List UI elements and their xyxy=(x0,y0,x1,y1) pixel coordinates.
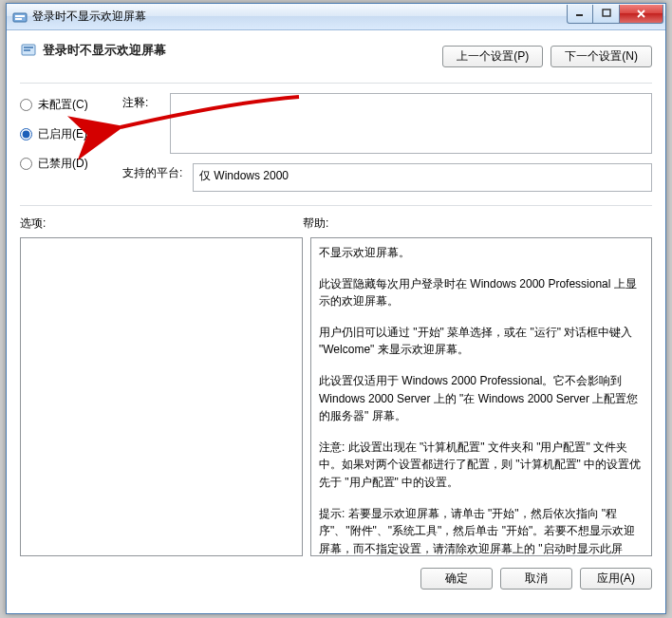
app-icon xyxy=(12,9,28,25)
svg-rect-6 xyxy=(24,47,33,48)
window-title: 登录时不显示欢迎屏幕 xyxy=(32,9,567,25)
help-paragraph: 提示: 若要显示欢迎屏幕，请单击 "开始"，然后依次指向 "程序"、"附件"、"… xyxy=(319,505,644,556)
dialog-buttons: 确定 取消 应用(A) xyxy=(20,568,652,590)
options-pane xyxy=(20,237,303,556)
client-area: 登录时不显示欢迎屏幕 上一个设置(P) 下一个设置(N) 未配置(C) 已启用(… xyxy=(7,30,665,601)
svg-rect-7 xyxy=(24,49,30,51)
comment-textarea[interactable] xyxy=(170,93,652,154)
help-paragraph: 此设置仅适用于 Windows 2000 Professional。它不会影响到… xyxy=(319,372,644,425)
svg-rect-4 xyxy=(603,9,610,16)
svg-rect-0 xyxy=(13,13,27,22)
comment-label: 注释: xyxy=(122,93,162,154)
cancel-button[interactable]: 取消 xyxy=(500,568,572,590)
separator xyxy=(20,83,652,84)
help-paragraph: 不显示欢迎屏幕。 xyxy=(319,244,644,262)
help-paragraph: 注意: 此设置出现在 "计算机配置" 文件夹和 "用户配置" 文件夹中。如果对两… xyxy=(319,439,644,492)
next-setting-button[interactable]: 下一个设置(N) xyxy=(551,46,652,67)
radio-label: 未配置(C) xyxy=(38,97,88,113)
state-radios: 未配置(C) 已启用(E) 已禁用(D) xyxy=(20,97,111,192)
previous-setting-button[interactable]: 上一个设置(P) xyxy=(442,46,543,67)
radio-enabled-input[interactable] xyxy=(20,128,32,140)
minimize-button[interactable] xyxy=(567,5,593,24)
help-heading: 帮助: xyxy=(303,215,652,232)
platform-label: 支持的平台: xyxy=(122,163,185,192)
ok-button[interactable]: 确定 xyxy=(420,568,493,590)
apply-button[interactable]: 应用(A) xyxy=(580,568,652,590)
maximize-button[interactable] xyxy=(593,5,620,24)
platform-box: 仅 Windows 2000 xyxy=(193,163,652,192)
close-button[interactable] xyxy=(620,5,663,24)
radio-label: 已启用(E) xyxy=(38,126,87,142)
title-bar[interactable]: 登录时不显示欢迎屏幕 xyxy=(7,4,665,30)
help-pane[interactable]: 不显示欢迎屏幕。 此设置隐藏每次用户登录时在 Windows 2000 Prof… xyxy=(310,237,652,556)
radio-not-configured-input[interactable] xyxy=(20,99,32,111)
options-heading: 选项: xyxy=(20,215,303,232)
radio-not-configured[interactable]: 未配置(C) xyxy=(20,97,111,113)
policy-icon xyxy=(20,42,37,59)
help-paragraph: 用户仍旧可以通过 "开始" 菜单选择，或在 "运行" 对话框中键入 "Welco… xyxy=(319,324,644,359)
svg-rect-1 xyxy=(15,15,25,17)
radio-enabled[interactable]: 已启用(E) xyxy=(20,126,111,142)
radio-disabled[interactable]: 已禁用(D) xyxy=(20,156,111,172)
dialog-window: 登录时不显示欢迎屏幕 登录时不显示欢迎屏幕 上一个设置(P) 下一个设置(N) xyxy=(6,3,666,614)
policy-title: 登录时不显示欢迎屏幕 xyxy=(43,42,166,59)
radio-disabled-input[interactable] xyxy=(20,158,32,170)
radio-label: 已禁用(D) xyxy=(38,156,88,172)
separator xyxy=(20,205,652,206)
help-paragraph: 此设置隐藏每次用户登录时在 Windows 2000 Professional … xyxy=(319,275,644,310)
window-controls xyxy=(567,5,663,24)
platform-value: 仅 Windows 2000 xyxy=(199,169,289,182)
svg-rect-2 xyxy=(15,18,22,20)
